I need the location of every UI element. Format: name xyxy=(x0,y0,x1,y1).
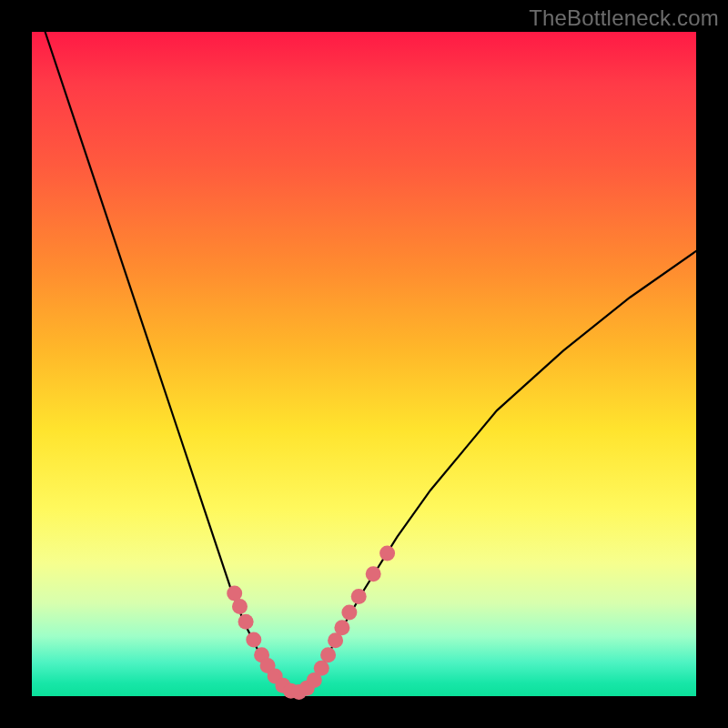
watermark-text: TheBottleneck.com xyxy=(529,5,719,31)
chart-svg xyxy=(32,32,696,696)
curve-marker xyxy=(232,599,248,614)
curve-marker xyxy=(334,620,349,635)
curve-marker xyxy=(227,585,242,601)
curve-marker xyxy=(379,546,395,561)
curve-marker xyxy=(366,566,381,581)
curve-marker xyxy=(314,661,329,676)
marker-group xyxy=(227,546,395,701)
curve-marker xyxy=(341,605,357,621)
bottleneck-curve xyxy=(46,32,696,693)
curve-marker xyxy=(351,589,367,604)
curve-marker xyxy=(238,614,254,630)
curve-marker xyxy=(246,632,261,648)
chart-frame: TheBottleneck.com xyxy=(0,0,728,728)
curve-marker xyxy=(320,647,336,662)
